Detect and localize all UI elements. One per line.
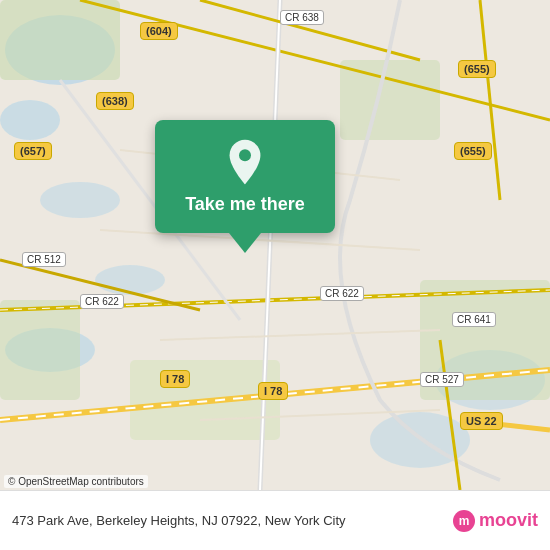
moovit-text: moovit [479, 510, 538, 531]
road-label-655-mid: (655) [454, 142, 492, 160]
moovit-logo[interactable]: m moovit [453, 510, 538, 532]
road-label-cr641: CR 641 [452, 312, 496, 327]
road-label-i78-right: I 78 [258, 382, 288, 400]
address-text: 473 Park Ave, Berkeley Heights, NJ 07922… [12, 513, 346, 528]
road-label-604: (604) [140, 22, 178, 40]
popup-box[interactable]: Take me there [155, 120, 335, 233]
road-label-cr622-right: CR 622 [320, 286, 364, 301]
osm-copyright: © OpenStreetMap contributors [4, 475, 148, 488]
popup-arrow [229, 233, 261, 253]
road-label-cr512: CR 512 [22, 252, 66, 267]
location-pin-icon [221, 138, 269, 186]
road-label-cr527: CR 527 [420, 372, 464, 387]
popup-container[interactable]: Take me there [155, 120, 335, 253]
moovit-icon: m [453, 510, 475, 532]
svg-point-30 [239, 149, 251, 161]
svg-rect-8 [0, 0, 120, 80]
road-label-cr622-left: CR 622 [80, 294, 124, 309]
popup-label: Take me there [185, 194, 305, 215]
svg-point-3 [40, 182, 120, 218]
moovit-icon-letter: m [459, 514, 470, 528]
address-section: 473 Park Ave, Berkeley Heights, NJ 07922… [12, 513, 346, 528]
road-label-657: (657) [14, 142, 52, 160]
info-bar: 473 Park Ave, Berkeley Heights, NJ 07922… [0, 490, 550, 550]
road-label-i78-left: I 78 [160, 370, 190, 388]
svg-rect-9 [340, 60, 440, 140]
road-label-us22: US 22 [460, 412, 503, 430]
svg-point-4 [95, 265, 165, 295]
road-label-655-top: (655) [458, 60, 496, 78]
map-container: (604) CR 638 (638) (657) (655) (655) CR … [0, 0, 550, 490]
road-label-cr638-top: CR 638 [280, 10, 324, 25]
svg-rect-11 [0, 300, 80, 400]
road-label-638: (638) [96, 92, 134, 110]
svg-point-2 [0, 100, 60, 140]
